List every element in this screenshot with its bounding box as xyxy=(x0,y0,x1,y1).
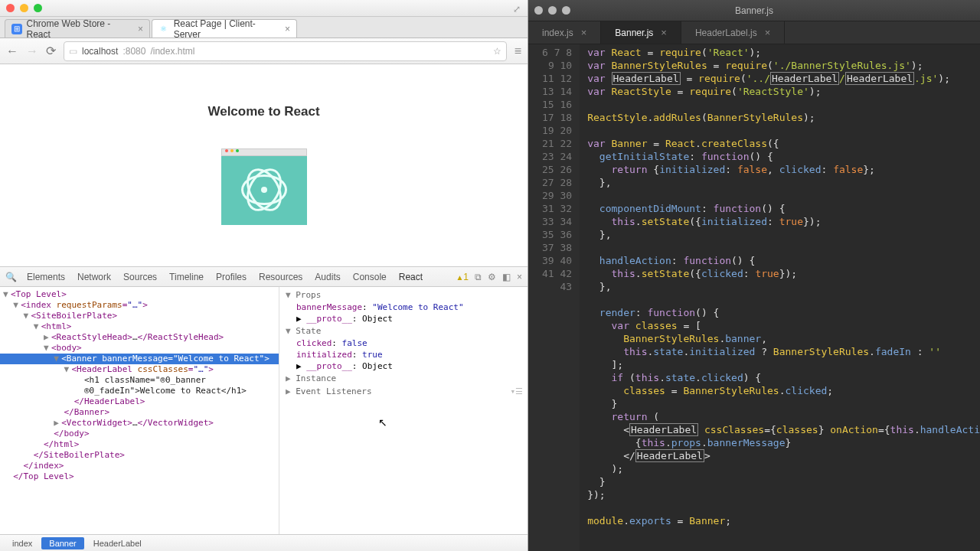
tree-node[interactable]: ®0_fadeIn">Welcome to React</h1> xyxy=(0,386,279,396)
tree-node[interactable]: </html> xyxy=(0,439,279,450)
tree-node[interactable]: </Top Level> xyxy=(0,471,279,482)
editor-tab[interactable]: Banner.js× xyxy=(601,21,681,44)
property-row[interactable]: bannerMessage: "Welcome to React" xyxy=(279,302,528,313)
devtools-tab-console[interactable]: Console xyxy=(347,269,393,285)
window-minimize-icon[interactable] xyxy=(20,4,28,12)
devtools-tab-elements[interactable]: Elements xyxy=(21,269,71,285)
react-logo-icon xyxy=(241,167,287,213)
tree-node[interactable]: </SiteBoilerPlate> xyxy=(0,450,279,461)
tree-node[interactable]: ▼<SiteBoilerPlate> xyxy=(0,311,279,321)
code-editor[interactable]: var React = require('React'); var Banner… xyxy=(580,44,980,551)
tree-node[interactable]: ▼<HeaderLabel cssClasses="…"> xyxy=(0,364,279,375)
tab-label: React Page | Client-Server xyxy=(174,18,280,40)
devtools-tab-audits[interactable]: Audits xyxy=(309,269,346,285)
state-label: State xyxy=(296,326,321,336)
editor-tab[interactable]: index.js× xyxy=(528,21,601,44)
step-icon[interactable]: ⧉ xyxy=(472,272,484,282)
devtools-tab-react[interactable]: React xyxy=(393,269,429,285)
devtools-tab-sources[interactable]: Sources xyxy=(117,269,163,285)
close-tab-icon[interactable]: × xyxy=(661,27,667,38)
tree-node[interactable]: </body> xyxy=(0,429,279,439)
url-port: :8080 xyxy=(122,46,145,57)
tree-node[interactable]: <h1 className="®0_banner xyxy=(0,375,279,386)
forward-icon: → xyxy=(26,44,38,58)
gear-icon[interactable]: ⚙ xyxy=(485,272,498,282)
tree-node[interactable]: </index> xyxy=(0,461,279,471)
page-icon: ▭ xyxy=(69,46,77,57)
favicon-icon: ⊞ xyxy=(11,24,22,34)
breadcrumb-item[interactable]: index xyxy=(5,537,40,549)
editor-tab[interactable]: HeaderLabel.js× xyxy=(681,21,785,44)
property-row[interactable]: ▶ __proto__: Object xyxy=(279,360,528,372)
tree-node[interactable]: ▼<index requestParams="…"> xyxy=(0,300,279,311)
bookmark-icon[interactable]: ☆ xyxy=(493,46,501,57)
breadcrumb-item[interactable]: Banner xyxy=(41,537,83,549)
browser-toolbar: ← → ⟳ ▭ localhost:8080/index.html ☆ ≡ xyxy=(0,38,528,64)
browser-tab-active[interactable]: ⚛ React Page | Client-Server × xyxy=(152,19,297,37)
filter-icon[interactable]: ▾☰ xyxy=(510,386,523,397)
close-tab-icon[interactable]: × xyxy=(581,27,587,38)
window-close-icon[interactable] xyxy=(6,4,15,12)
react-tree[interactable]: ▼<Top Level> ▼<index requestParams="…"> … xyxy=(0,287,279,534)
window-zoom-icon[interactable] xyxy=(34,4,42,12)
url-input[interactable]: ▭ localhost:8080/index.html ☆ xyxy=(64,41,507,61)
gutter: 6 7 8 9 10 11 12 13 14 15 16 17 18 19 20… xyxy=(528,44,580,551)
tree-node[interactable]: ▼<body> xyxy=(0,343,279,354)
tree-node[interactable]: ▼<Top Level> xyxy=(0,289,279,300)
warning-badge[interactable]: ▲1 xyxy=(453,272,471,282)
property-row[interactable]: clicked: false xyxy=(279,337,528,349)
breadcrumbs: indexBannerHeaderLabel xyxy=(0,534,528,551)
react-side-panel: ▼ Props bannerMessage: "Welcome to React… xyxy=(279,287,528,534)
dock-icon[interactable]: ◧ xyxy=(500,272,513,282)
property-row[interactable]: ▶ __proto__: Object xyxy=(279,313,528,324)
back-icon[interactable]: ← xyxy=(6,44,18,58)
favicon-icon: ⚛ xyxy=(158,24,169,34)
property-row[interactable]: initialized: true xyxy=(279,349,528,360)
tree-node[interactable]: </HeaderLabel> xyxy=(0,396,279,407)
page-content: Welcome to React xyxy=(0,64,528,267)
url-path: /index.html xyxy=(150,46,194,57)
devtools-tab-resources[interactable]: Resources xyxy=(253,269,309,285)
tree-node[interactable]: </Banner> xyxy=(0,407,279,418)
tree-node[interactable]: ▶<ReactStyleHead>…</ReactStyleHead> xyxy=(0,332,279,343)
devtools-tab-timeline[interactable]: Timeline xyxy=(163,269,210,285)
tree-node[interactable]: ▼<Banner bannerMessage="Welcome to React… xyxy=(0,354,279,364)
react-logo-card xyxy=(221,155,307,225)
search-icon[interactable]: 🔍 xyxy=(3,272,19,282)
close-tab-icon[interactable]: × xyxy=(765,27,771,38)
window-minimize-icon[interactable] xyxy=(548,6,557,15)
window-close-icon[interactable] xyxy=(534,6,543,15)
breadcrumb-item[interactable]: HeaderLabel xyxy=(86,537,149,549)
props-label: Props xyxy=(296,290,321,300)
tree-node[interactable]: ▼<html> xyxy=(0,321,279,332)
browser-tab[interactable]: ⊞ Chrome Web Store - React × xyxy=(5,19,150,37)
browser-titlebar: ⤢ xyxy=(0,0,528,17)
close-devtools-icon[interactable]: × xyxy=(514,272,524,282)
url-host: localhost xyxy=(82,46,118,57)
close-tab-icon[interactable]: × xyxy=(138,24,143,34)
close-tab-icon[interactable]: × xyxy=(285,24,290,34)
editor-tabs: index.js×Banner.js×HeaderLabel.js× xyxy=(528,21,980,44)
reload-icon[interactable]: ⟳ xyxy=(46,44,56,58)
devtools-tabbar: 🔍 ElementsNetworkSourcesTimelineProfiles… xyxy=(0,267,528,287)
devtools-tab-network[interactable]: Network xyxy=(71,269,117,285)
window-maximize-icon[interactable]: ⤢ xyxy=(513,4,521,12)
event-listeners-label: Event Listeners xyxy=(296,386,371,396)
menu-icon[interactable]: ≡ xyxy=(514,44,521,58)
editor-titlebar: Banner.js xyxy=(528,0,980,21)
tab-label: Chrome Web Store - React xyxy=(27,18,133,40)
instance-label: Instance xyxy=(296,373,336,383)
browser-tabs: ⊞ Chrome Web Store - React × ⚛ React Pag… xyxy=(0,17,528,38)
page-heading: Welcome to React xyxy=(207,104,319,119)
devtools-tab-profiles[interactable]: Profiles xyxy=(210,269,253,285)
tree-node[interactable]: ▶<VectorWidget>…</VectorWidget> xyxy=(0,418,279,429)
editor-title: Banner.js xyxy=(735,5,773,16)
window-zoom-icon[interactable] xyxy=(562,6,570,15)
